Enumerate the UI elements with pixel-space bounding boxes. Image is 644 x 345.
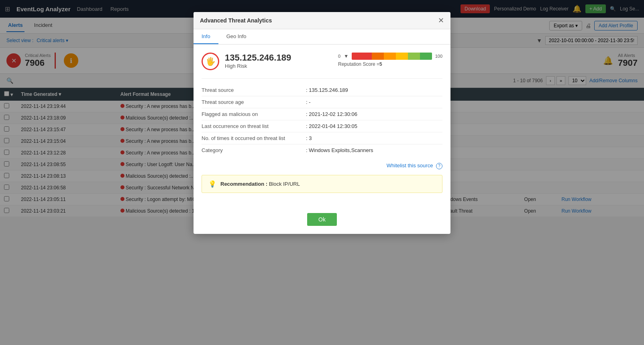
bulb-icon: 💡 [208, 180, 216, 188]
field-label: No. of times it occurred on threat list [202, 132, 306, 144]
modal-overlay: Advanced Threat Analytics ✕ Info Geo Inf… [0, 0, 644, 345]
tab-info[interactable]: Info [194, 29, 218, 44]
reputation-bar [352, 53, 432, 60]
whitelist-link[interactable]: Whitelist this source [387, 162, 433, 168]
threat-header: 🖐 135.125.246.189 High Risk 0 ▼ [202, 53, 442, 70]
threat-info-row: Flagged as malicious on: 2021-12-02 12:3… [202, 108, 442, 120]
field-value: : Windows Exploits,Scanners [306, 144, 442, 156]
threat-ip: 135.125.246.189 [225, 53, 291, 63]
rep-bar-container: 0 ▼ 100 [338, 53, 442, 60]
modal-divider [202, 78, 442, 79]
whitelist-row: Whitelist this source ? [202, 162, 442, 169]
modal-footer: Ok [194, 209, 450, 234]
reputation-section: 0 ▼ 100 [338, 53, 442, 67]
modal-tabs: Info Geo Info [194, 29, 450, 45]
rep-label-start: 0 [338, 54, 340, 59]
modal-header: Advanced Threat Analytics ✕ [194, 12, 450, 29]
field-label: Threat source [202, 84, 306, 96]
help-icon[interactable]: ? [436, 163, 442, 169]
field-value: : 2022-01-04 12:30:05 [306, 120, 442, 132]
ok-button[interactable]: Ok [307, 213, 337, 226]
field-label: Category [202, 144, 306, 156]
field-value: : 3 [306, 132, 442, 144]
field-label: Last occurrence on threat list [202, 120, 306, 132]
field-value: : 135.125.246.189 [306, 84, 442, 96]
threat-icon: 🖐 [202, 53, 219, 70]
modal-body: 🖐 135.125.246.189 High Risk 0 ▼ [194, 45, 450, 209]
modal-title: Advanced Threat Analytics [200, 17, 272, 24]
advanced-threat-analytics-modal: Advanced Threat Analytics ✕ Info Geo Inf… [194, 12, 450, 234]
threat-info-row: No. of times it occurred on threat list:… [202, 132, 442, 144]
threat-info-row: Last occurrence on threat list: 2022-01-… [202, 120, 442, 132]
threat-info-row: Threat source age: - [202, 96, 442, 108]
field-value: : 2021-12-02 12:30:06 [306, 108, 442, 120]
threat-info-table: Threat source: 135.125.246.189Threat sou… [202, 84, 442, 156]
reputation-score: Reputation Score =5 [338, 61, 442, 67]
threat-ip-block: 135.125.246.189 High Risk [225, 53, 291, 69]
field-label: Threat source age [202, 96, 306, 108]
threat-risk-level: High Risk [225, 63, 291, 69]
threat-info-row: Threat source: 135.125.246.189 [202, 84, 442, 96]
threat-info-row: Category: Windows Exploits,Scanners [202, 144, 442, 156]
tab-geo-info[interactable]: Geo Info [218, 29, 255, 44]
recommendation-box: 💡 Recommendation : Block IP/URL [202, 175, 442, 193]
modal-close-button[interactable]: ✕ [438, 16, 444, 25]
field-label: Flagged as malicious on [202, 108, 306, 120]
field-value: : - [306, 96, 442, 108]
recommendation-text: Recommendation : Block IP/URL [220, 181, 300, 187]
rep-label-end: 100 [435, 54, 442, 59]
